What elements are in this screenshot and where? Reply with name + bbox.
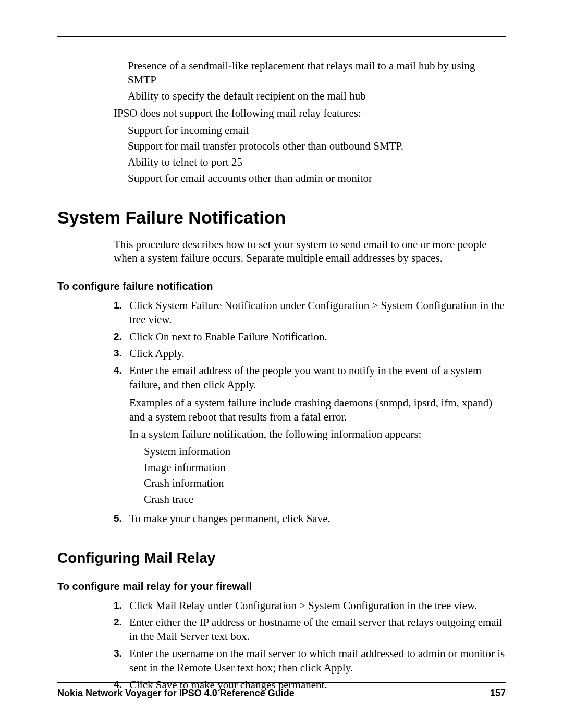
- page-container: Presence of a sendmail-like replacement …: [0, 0, 563, 728]
- step-number: 5.: [114, 512, 129, 525]
- failure-notification-steps: 1. Click System Failure Notification und…: [114, 299, 506, 526]
- section1-description: This procedure describes how to set your…: [114, 238, 506, 266]
- step-item: 1. Click Mail Relay under Configuration …: [114, 599, 506, 613]
- list-item: Crash information: [144, 476, 506, 490]
- step4-info-list: System information Image information Cra…: [144, 445, 506, 507]
- step-extra-paragraph: Examples of a system failure include cra…: [129, 396, 506, 424]
- footer-rule: [57, 682, 506, 683]
- heading-configuring-mail-relay: Configuring Mail Relay: [57, 549, 506, 567]
- step-extra-paragraph: In a system failure notification, the fo…: [129, 427, 506, 441]
- step-number: 1.: [114, 299, 129, 312]
- top-rule: [57, 36, 506, 37]
- step-item: 5. To make your changes permanent, click…: [114, 512, 506, 526]
- list-item: Ability to specify the default recipient…: [128, 89, 506, 103]
- step-item: 3. Enter the username on the mail server…: [114, 647, 506, 675]
- step-number: 3.: [114, 347, 129, 360]
- list-item: Image information: [144, 461, 506, 475]
- step-text: To make your changes permanent, click Sa…: [129, 512, 506, 526]
- step-number: 4.: [114, 364, 129, 377]
- step-number: 2.: [114, 330, 129, 343]
- step-number: 1.: [114, 599, 129, 612]
- step-body: Enter the email address of the people yo…: [129, 364, 506, 509]
- unsupported-features-list: Support for incoming email Support for m…: [128, 124, 506, 186]
- page-footer: Nokia Network Voyager for IPSO 4.0 Refer…: [57, 682, 506, 699]
- heading-system-failure-notification: System Failure Notification: [57, 206, 506, 229]
- mail-relay-steps: 1. Click Mail Relay under Configuration …: [114, 599, 506, 692]
- list-item: Support for incoming email: [128, 124, 506, 138]
- step-text: Enter the username on the mail server to…: [129, 647, 506, 675]
- list-item: Presence of a sendmail-like replacement …: [128, 59, 506, 87]
- step-text: Click On next to Enable Failure Notifica…: [129, 330, 506, 344]
- step-item: 3. Click Apply.: [114, 347, 506, 361]
- step-text: Click Apply.: [129, 347, 506, 361]
- step-item: 2. Click On next to Enable Failure Notif…: [114, 330, 506, 344]
- step-text: Enter either the IP address or hostname …: [129, 615, 506, 644]
- unsupported-lead: IPSO does not support the following mail…: [114, 106, 506, 120]
- step-item: 1. Click System Failure Notification und…: [114, 299, 506, 327]
- step-item: 2. Enter either the IP address or hostna…: [114, 615, 506, 644]
- supported-features-list: Presence of a sendmail-like replacement …: [128, 59, 506, 103]
- list-item: Support for mail transfer protocols othe…: [128, 139, 506, 153]
- subheading-configure-mail-relay: To configure mail relay for your firewal…: [57, 580, 506, 594]
- footer-page-number: 157: [490, 688, 506, 699]
- step-text: Click Mail Relay under Configuration > S…: [129, 599, 506, 613]
- list-item: Ability to telnet to port 25: [128, 155, 506, 169]
- list-item: System information: [144, 445, 506, 459]
- step-item: 4. Enter the email address of the people…: [114, 364, 506, 509]
- list-item: Support for email accounts other than ad…: [128, 171, 506, 186]
- footer-row: Nokia Network Voyager for IPSO 4.0 Refer…: [57, 688, 506, 699]
- subheading-configure-failure-notification: To configure failure notification: [57, 280, 506, 293]
- step-text: Click System Failure Notification under …: [129, 299, 506, 327]
- page-content: Presence of a sendmail-like replacement …: [57, 59, 506, 692]
- list-item: Crash trace: [144, 492, 506, 507]
- footer-title: Nokia Network Voyager for IPSO 4.0 Refer…: [57, 688, 295, 699]
- step-text: Enter the email address of the people yo…: [129, 364, 481, 391]
- step-number: 3.: [114, 647, 129, 660]
- step-number: 2.: [114, 615, 129, 628]
